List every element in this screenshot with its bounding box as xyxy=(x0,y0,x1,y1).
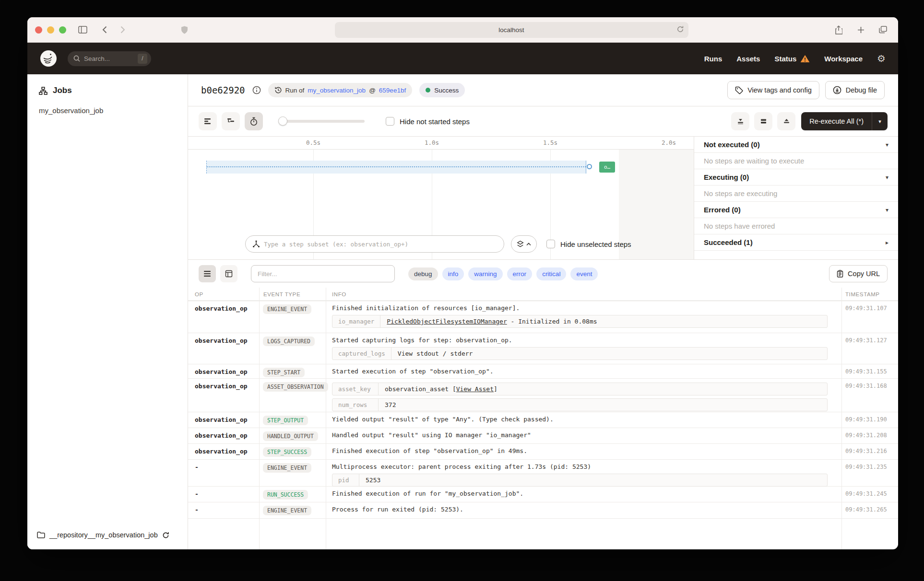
sidebar-toggle-icon[interactable] xyxy=(75,23,90,36)
hide-unselected-checkbox[interactable] xyxy=(546,240,555,248)
forward-icon[interactable] xyxy=(115,23,130,36)
log-message: Multiprocess executor: parent process ex… xyxy=(332,463,832,470)
event-type-badge: STEP_START xyxy=(263,368,305,377)
top-nav: Runs Assets Status Workspace ⚙ xyxy=(704,53,886,64)
hide-not-started-label: Hide not started steps xyxy=(400,117,470,126)
minimize-window-button[interactable] xyxy=(47,26,54,34)
event-type-badge: ENGINE_EVENT xyxy=(263,463,311,473)
section-succeeded[interactable]: Succeeded (1) ▸ xyxy=(694,234,898,251)
log-message: Finished execution of run for "my_observ… xyxy=(332,490,832,497)
log-row[interactable]: observation_op STEP_SUCCESS Finished exe… xyxy=(188,444,898,460)
timestamp[interactable]: 09:49:31.235 xyxy=(839,460,898,486)
log-row[interactable]: observation_op ENGINE_EVENT Finished ini… xyxy=(188,301,898,333)
reexecute-all-button[interactable]: Re-execute All (*) xyxy=(801,112,872,130)
nav-runs[interactable]: Runs xyxy=(704,55,723,63)
nav-status[interactable]: Status xyxy=(774,55,810,63)
layers-button[interactable] xyxy=(511,235,537,253)
log-row[interactable]: observation_op HANDLED_OUTPUT Handled ou… xyxy=(188,428,898,444)
event-type-badge: ASSET_OBSERVATION xyxy=(263,382,328,392)
nav-assets[interactable]: Assets xyxy=(736,55,760,63)
share-icon[interactable] xyxy=(831,23,846,36)
address-bar[interactable]: localhost xyxy=(335,22,688,38)
step-subset-input[interactable] xyxy=(264,241,497,248)
timed-view-icon[interactable] xyxy=(245,112,263,130)
run-status-badge: Success xyxy=(419,83,465,97)
timestamp[interactable]: 09:49:31.265 xyxy=(839,502,898,518)
job-link[interactable]: my_observation_job xyxy=(308,87,366,94)
level-chip-info[interactable]: info xyxy=(442,267,464,280)
dagster-logo[interactable] xyxy=(40,50,57,67)
log-row[interactable]: - ENGINE_EVENT Multiprocess executor: pa… xyxy=(188,460,898,487)
split-panels-icon[interactable] xyxy=(754,112,772,130)
log-structured-view-icon[interactable] xyxy=(220,265,237,282)
zoom-window-button[interactable] xyxy=(59,26,66,34)
timestamp[interactable]: 09:49:31.216 xyxy=(839,444,898,459)
timestamp[interactable]: 09:49:31.168 xyxy=(839,379,898,412)
zoom-slider-thumb[interactable] xyxy=(278,116,287,126)
event-type-badge: ENGINE_EVENT xyxy=(263,304,311,314)
close-window-button[interactable] xyxy=(35,26,42,34)
folder-icon xyxy=(37,532,45,538)
tag-icon xyxy=(735,86,743,94)
caret-down-icon: ▾ xyxy=(886,174,888,181)
run-header: b0e62920 Run of my_observation_job @ 659… xyxy=(188,74,898,106)
section-not-executed[interactable]: Not executed (0) ▾ xyxy=(694,137,898,153)
zoom-slider[interactable] xyxy=(279,120,365,123)
timestamp[interactable]: 09:49:31.107 xyxy=(839,301,898,333)
timestamp[interactable]: 09:49:31.127 xyxy=(839,333,898,364)
commit-link[interactable]: 659ee1bf xyxy=(379,87,406,94)
search-placeholder: Search... xyxy=(84,55,110,62)
log-filter-input[interactable] xyxy=(251,265,395,282)
copy-url-button[interactable]: Copy URL xyxy=(829,265,888,282)
settings-gear-icon[interactable]: ⚙ xyxy=(877,53,886,64)
view-asset-link[interactable]: View Asset xyxy=(456,385,494,393)
tab-overview-icon[interactable] xyxy=(875,23,890,36)
debug-file-button[interactable]: Debug file xyxy=(825,81,885,99)
timestamp[interactable]: 09:49:31.190 xyxy=(839,412,898,428)
global-search[interactable]: Search... / xyxy=(68,51,151,66)
timestamp[interactable]: 09:49:31.155 xyxy=(839,364,898,378)
nav-workspace[interactable]: Workspace xyxy=(824,55,863,63)
caret-down-icon: ▾ xyxy=(886,141,888,148)
time-axis xyxy=(188,149,694,150)
event-type-badge: RUN_SUCCESS xyxy=(263,490,308,500)
section-errored[interactable]: Errored (0) ▾ xyxy=(694,202,898,218)
back-icon[interactable] xyxy=(97,23,112,36)
new-tab-icon[interactable] xyxy=(853,23,868,36)
browser-toolbar: localhost xyxy=(27,17,898,43)
log-row[interactable]: observation_op STEP_OUTPUT Yielded outpu… xyxy=(188,412,898,428)
collapse-up-icon[interactable] xyxy=(777,112,795,130)
flat-view-icon[interactable] xyxy=(199,112,217,130)
section-executing[interactable]: Executing (0) ▾ xyxy=(694,169,898,186)
event-type-badge: ENGINE_EVENT xyxy=(263,506,311,515)
step-bar-observation-op[interactable]: o… xyxy=(599,162,615,173)
reexecute-dropdown-caret[interactable]: ▾ xyxy=(872,112,888,130)
view-tags-config-button[interactable]: View tags and config xyxy=(727,81,819,99)
log-row[interactable]: - RUN_SUCCESS Finished execution of run … xyxy=(188,487,898,502)
level-chip-error[interactable]: error xyxy=(507,267,533,280)
level-chip-critical[interactable]: critical xyxy=(536,267,566,280)
level-chip-event[interactable]: event xyxy=(570,267,598,280)
timestamp[interactable]: 09:49:31.245 xyxy=(839,487,898,502)
level-chip-debug[interactable]: debug xyxy=(408,267,438,280)
axis-tick: 1.5s xyxy=(543,139,557,146)
reload-icon[interactable] xyxy=(676,25,684,33)
log-row[interactable]: - ENGINE_EVENT Process for run exited (p… xyxy=(188,502,898,519)
refresh-icon[interactable] xyxy=(162,532,169,539)
log-row[interactable]: observation_op LOGS_CAPTURED Started cap… xyxy=(188,333,898,364)
log-list-view-icon[interactable] xyxy=(199,265,216,282)
log-message: Handled output "result" using IO manager… xyxy=(332,431,832,439)
waterfall-view-icon[interactable] xyxy=(222,112,240,130)
timestamp[interactable]: 09:49:31.208 xyxy=(839,428,898,443)
stdout-stderr-link[interactable]: View stdout / stderr xyxy=(391,348,479,360)
log-row[interactable]: observation_op ASSET_OBSERVATION asset_k… xyxy=(188,379,898,412)
sidebar-item-job[interactable]: my_observation_job xyxy=(27,102,188,119)
section-message: No steps are waiting to execute xyxy=(694,153,898,169)
level-chip-warning[interactable]: warning xyxy=(468,267,502,280)
io-manager-link[interactable]: PickledObjectFilesystemIOManager xyxy=(387,318,507,325)
log-row[interactable]: observation_op STEP_START Started execut… xyxy=(188,364,898,379)
collapse-down-icon[interactable] xyxy=(731,112,749,130)
hide-not-started-checkbox[interactable] xyxy=(386,117,394,126)
metadata-entry: captured_logs View stdout / stderr xyxy=(332,347,828,360)
info-icon[interactable] xyxy=(252,86,261,94)
